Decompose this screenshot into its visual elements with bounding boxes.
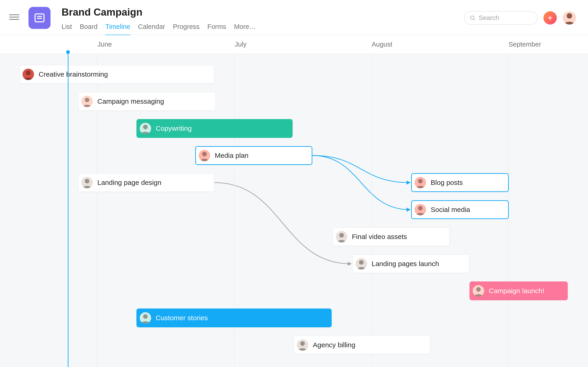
svg-point-8 bbox=[26, 71, 31, 75]
assignee-avatar bbox=[473, 285, 484, 297]
month-gridline bbox=[371, 54, 372, 367]
tab-timeline[interactable]: Timeline bbox=[105, 23, 130, 35]
task-blog-posts[interactable]: Blog posts bbox=[411, 173, 509, 192]
task-agency-billing[interactable]: Agency billing bbox=[294, 336, 431, 354]
month-label: June bbox=[97, 41, 112, 48]
task-label: Campaign messaging bbox=[97, 98, 164, 105]
person-icon bbox=[415, 204, 426, 215]
person-icon bbox=[336, 231, 347, 242]
tab-forms[interactable]: Forms bbox=[208, 23, 226, 35]
assignee-avatar bbox=[415, 204, 426, 215]
person-icon bbox=[355, 258, 367, 269]
month-label: August bbox=[372, 41, 392, 48]
person-icon bbox=[81, 96, 93, 107]
task-label: Media plan bbox=[215, 152, 249, 159]
today-marker-line bbox=[68, 52, 69, 367]
assignee-avatar bbox=[355, 258, 367, 269]
person-icon bbox=[473, 285, 484, 297]
assignee-avatar bbox=[415, 177, 426, 188]
assignee-avatar bbox=[81, 177, 93, 188]
month-header-row: JuneJulyAugustSeptember bbox=[0, 35, 588, 54]
search-input[interactable] bbox=[479, 14, 532, 22]
task-label: Final video assets bbox=[352, 233, 407, 241]
task-landing-page-design[interactable]: Landing page design bbox=[78, 173, 215, 192]
svg-point-12 bbox=[85, 179, 89, 184]
task-label: Campaign launch! bbox=[489, 287, 544, 295]
task-label: Copywriting bbox=[156, 125, 192, 132]
person-icon bbox=[415, 177, 426, 188]
svg-point-10 bbox=[143, 125, 148, 129]
svg-point-18 bbox=[143, 314, 148, 319]
person-icon bbox=[81, 177, 93, 188]
header-right bbox=[464, 11, 576, 25]
person-icon bbox=[140, 312, 151, 324]
connector bbox=[312, 156, 410, 183]
assignee-avatar bbox=[23, 69, 34, 80]
month-label: September bbox=[509, 41, 541, 48]
person-icon bbox=[297, 339, 308, 351]
tab-list[interactable]: List bbox=[61, 23, 72, 35]
month-label: July bbox=[235, 41, 247, 48]
task-campaign-messaging[interactable]: Campaign messaging bbox=[78, 92, 216, 111]
task-label: Social media bbox=[431, 206, 470, 214]
tab-calendar[interactable]: Calendar bbox=[138, 23, 165, 35]
svg-point-11 bbox=[202, 152, 207, 156]
assignee-avatar bbox=[140, 312, 151, 324]
user-avatar[interactable] bbox=[563, 11, 576, 25]
person-icon bbox=[23, 69, 34, 80]
task-label: Agency billing bbox=[313, 341, 355, 349]
task-media-plan[interactable]: Media plan bbox=[195, 146, 312, 165]
person-icon bbox=[140, 123, 151, 134]
task-landing-pages-launch[interactable]: Landing pages launch bbox=[352, 254, 469, 273]
svg-point-14 bbox=[418, 206, 423, 211]
connector bbox=[312, 156, 410, 210]
assignee-avatar bbox=[199, 150, 210, 161]
assignee-avatar bbox=[336, 231, 347, 242]
add-button[interactable] bbox=[544, 11, 557, 25]
task-final-video-assets[interactable]: Final video assets bbox=[333, 227, 450, 246]
task-customer-stories[interactable]: Customer stories bbox=[137, 309, 332, 327]
svg-point-19 bbox=[300, 341, 305, 346]
svg-point-9 bbox=[85, 98, 89, 102]
timeline-body[interactable]: Creative brainstormingCampaign messaging… bbox=[0, 54, 588, 367]
person-icon bbox=[563, 11, 576, 25]
search-field[interactable] bbox=[464, 11, 537, 25]
tab-more[interactable]: More… bbox=[234, 23, 256, 35]
svg-point-17 bbox=[476, 287, 481, 292]
assignee-avatar bbox=[81, 96, 93, 107]
svg-line-4 bbox=[474, 19, 475, 20]
task-label: Customer stories bbox=[156, 314, 208, 322]
menu-button[interactable] bbox=[9, 12, 19, 22]
task-label: Blog posts bbox=[431, 179, 463, 186]
task-social-media[interactable]: Social media bbox=[411, 200, 509, 219]
person-icon bbox=[199, 150, 210, 161]
task-label: Creative brainstorming bbox=[39, 70, 108, 78]
svg-point-7 bbox=[567, 13, 572, 19]
tab-progress[interactable]: Progress bbox=[173, 23, 199, 35]
task-creative-brainstorming[interactable]: Creative brainstorming bbox=[19, 65, 215, 84]
task-campaign-launch[interactable]: Campaign launch! bbox=[469, 282, 568, 300]
svg-point-13 bbox=[418, 179, 423, 184]
assignee-avatar bbox=[297, 339, 308, 351]
task-label: Landing pages launch bbox=[372, 260, 439, 268]
view-tabs: ListBoardTimelineCalendarProgressFormsMo… bbox=[61, 23, 579, 35]
tab-board[interactable]: Board bbox=[80, 23, 97, 35]
task-label: Landing page design bbox=[97, 179, 162, 186]
assignee-avatar bbox=[140, 123, 151, 134]
svg-point-16 bbox=[359, 260, 363, 265]
connector bbox=[215, 183, 351, 264]
task-copywriting[interactable]: Copywriting bbox=[137, 119, 293, 138]
app-header: Brand Campaign ListBoardTimelineCalendar… bbox=[0, 0, 588, 35]
search-icon bbox=[469, 15, 476, 21]
svg-point-15 bbox=[339, 233, 344, 238]
project-icon[interactable] bbox=[28, 7, 51, 29]
plus-icon bbox=[547, 15, 553, 21]
